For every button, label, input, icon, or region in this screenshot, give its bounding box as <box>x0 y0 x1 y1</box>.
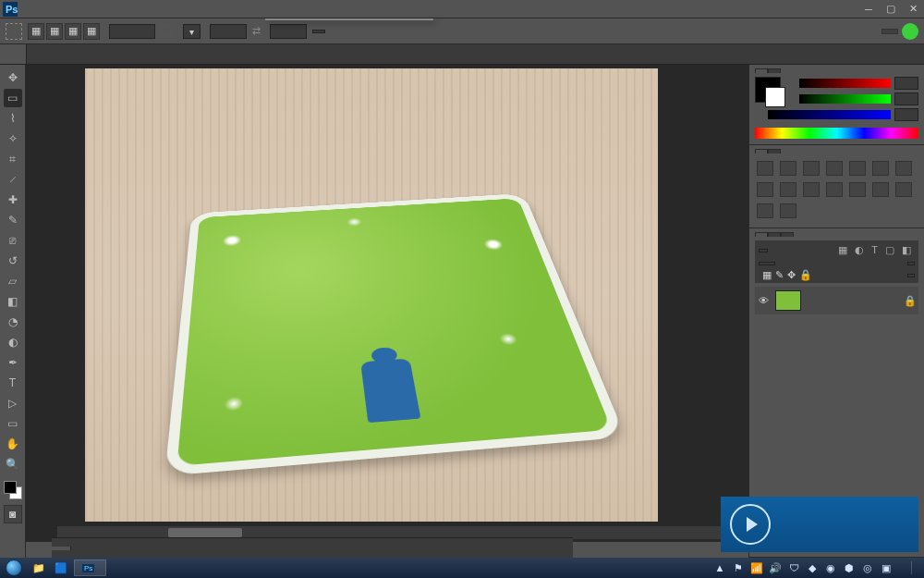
opacity-value[interactable] <box>907 262 915 265</box>
b-slider[interactable] <box>768 110 891 119</box>
tray-app3-icon[interactable]: ⬢ <box>843 561 856 574</box>
tray-app2-icon[interactable]: ◉ <box>824 561 837 574</box>
adj-threshold-icon[interactable] <box>895 182 912 197</box>
cloud-badge[interactable] <box>902 23 918 40</box>
lock-all-icon[interactable]: 🔒 <box>799 269 812 281</box>
blend-mode-select[interactable] <box>759 262 775 265</box>
lock-transparency-icon[interactable]: ▦ <box>762 269 772 281</box>
adj-lookup-icon[interactable] <box>826 182 843 197</box>
adj-curves-icon[interactable] <box>803 161 820 176</box>
document-tab[interactable] <box>0 44 27 64</box>
pinned-app-icon[interactable]: 🟦 <box>50 558 72 578</box>
antialias-checkbox[interactable] <box>161 26 174 36</box>
history-brush-tool-icon[interactable]: ↺ <box>4 252 22 270</box>
marquee-preview-icon[interactable] <box>6 23 22 40</box>
dodge-tool-icon[interactable]: ◐ <box>4 333 22 351</box>
layer-row[interactable]: 👁 🔒 <box>755 287 918 314</box>
filter-shape-icon[interactable]: ▢ <box>885 244 894 256</box>
document-canvas[interactable] <box>85 68 658 522</box>
g-slider[interactable] <box>799 94 891 104</box>
sel-new-icon[interactable]: ▦ <box>28 23 44 40</box>
adj-brightness-icon[interactable] <box>757 161 773 176</box>
tray-app4-icon[interactable]: ◎ <box>861 561 874 574</box>
layer-kind-select[interactable] <box>759 249 768 252</box>
adj-invert-icon[interactable] <box>849 182 866 197</box>
adj-posterize-icon[interactable] <box>872 182 889 197</box>
filter-smart-icon[interactable]: ◧ <box>902 244 911 256</box>
close-button[interactable]: ✕ <box>902 1 924 18</box>
tab-styles[interactable] <box>768 149 781 154</box>
healing-tool-icon[interactable]: ✚ <box>4 191 22 209</box>
tray-vol-icon[interactable]: 🔊 <box>769 561 782 574</box>
workspace-select[interactable] <box>881 29 898 34</box>
fill-value[interactable] <box>907 274 915 277</box>
tab-adjustments[interactable] <box>755 149 768 154</box>
stamp-tool-icon[interactable]: ⎚ <box>4 231 22 250</box>
tray-app5-icon[interactable]: ▣ <box>880 561 893 574</box>
tab-paths[interactable] <box>781 232 794 237</box>
shape-tool-icon[interactable]: ▭ <box>4 414 22 433</box>
hand-tool-icon[interactable]: ✋ <box>4 435 22 453</box>
explorer-icon[interactable]: 📁 <box>28 558 50 578</box>
lock-position-icon[interactable]: ✥ <box>787 269 796 281</box>
spectrum-bar[interactable] <box>755 128 918 139</box>
adj-hsl-icon[interactable] <box>872 161 889 176</box>
fg-color-icon[interactable] <box>4 481 17 494</box>
tab-layers[interactable] <box>755 232 768 237</box>
eraser-tool-icon[interactable]: ▱ <box>4 272 22 290</box>
adj-exposure-icon[interactable] <box>826 161 843 176</box>
filter-adjust-icon[interactable]: ◐ <box>855 244 864 256</box>
blur-tool-icon[interactable]: ◔ <box>4 313 22 331</box>
crop-tool-icon[interactable]: ⌗ <box>4 150 22 168</box>
filter-type-icon[interactable]: T <box>871 244 878 256</box>
sel-add-icon[interactable]: ▦ <box>46 23 63 40</box>
path-select-tool-icon[interactable]: ▷ <box>4 394 22 412</box>
type-tool-icon[interactable]: T <box>4 374 22 392</box>
r-value[interactable] <box>894 77 918 90</box>
adj-levels-icon[interactable] <box>780 161 796 176</box>
tab-swatches[interactable] <box>768 68 781 73</box>
width-input[interactable] <box>210 24 247 39</box>
sel-intersect-icon[interactable]: ▦ <box>83 23 100 40</box>
show-desktop-button[interactable] <box>911 561 918 574</box>
eyedropper-tool-icon[interactable]: ⟋ <box>4 170 22 189</box>
height-input[interactable] <box>270 24 307 39</box>
maximize-button[interactable]: ▢ <box>880 1 902 18</box>
tray-flag-icon[interactable]: ⚑ <box>732 561 745 574</box>
layer-visibility-icon[interactable]: 👁 <box>757 294 770 307</box>
style-select[interactable]: ▾ <box>183 24 201 39</box>
color-preview-icon[interactable] <box>755 77 781 103</box>
adj-channelmixer-icon[interactable] <box>803 182 820 197</box>
adj-selectivecolor-icon[interactable] <box>780 203 796 218</box>
r-slider[interactable] <box>799 79 891 88</box>
adj-bw-icon[interactable] <box>757 182 773 197</box>
wand-tool-icon[interactable]: ✧ <box>4 129 22 148</box>
lock-pixels-icon[interactable]: ✎ <box>775 269 784 281</box>
taskbar-task[interactable]: Ps <box>74 560 106 576</box>
start-button[interactable] <box>0 558 28 578</box>
b-value[interactable] <box>894 108 918 121</box>
filter-pixel-icon[interactable]: ▦ <box>838 244 847 256</box>
adj-photofilter-icon[interactable] <box>780 182 796 197</box>
marquee-tool-icon[interactable]: ▭ <box>4 89 22 107</box>
lasso-tool-icon[interactable]: ⌇ <box>4 109 22 128</box>
brush-tool-icon[interactable]: ✎ <box>4 211 22 229</box>
minimize-button[interactable]: ─ <box>857 1 880 18</box>
tray-app1-icon[interactable]: ◆ <box>806 561 819 574</box>
timeline-tab[interactable] <box>52 547 71 550</box>
tray-up-icon[interactable]: ▲ <box>713 561 726 574</box>
g-value[interactable] <box>894 92 918 105</box>
move-tool-icon[interactable]: ✥ <box>4 68 22 87</box>
tray-net-icon[interactable]: 📶 <box>750 561 763 574</box>
swap-wh-icon[interactable]: ⇄ <box>252 25 261 37</box>
tab-color[interactable] <box>755 68 768 73</box>
zoom-tool-icon[interactable]: 🔍 <box>4 455 22 473</box>
pen-tool-icon[interactable]: ✒ <box>4 353 22 372</box>
timeline-panel[interactable] <box>52 537 573 558</box>
quickmask-icon[interactable]: ◙ <box>4 505 22 523</box>
adj-vibrance-icon[interactable] <box>849 161 866 176</box>
color-swatch[interactable] <box>4 481 22 499</box>
tray-shield-icon[interactable]: 🛡 <box>787 561 800 574</box>
tab-channels[interactable] <box>768 232 781 237</box>
sel-subtract-icon[interactable]: ▦ <box>65 23 81 40</box>
